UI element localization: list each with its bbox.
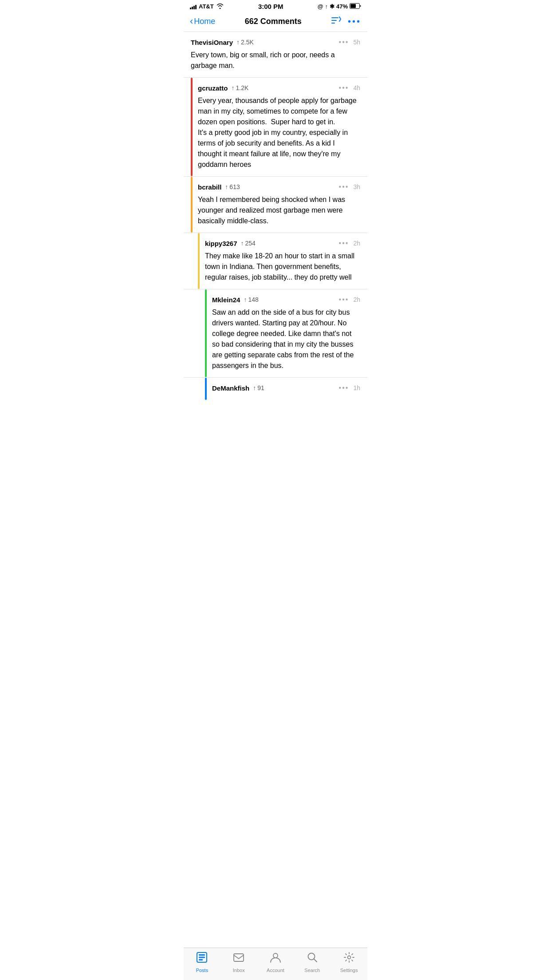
status-time: 3:00 PM bbox=[258, 3, 283, 10]
upvote-arrow-icon: ↑ bbox=[241, 240, 244, 247]
comment-header: DeMankfish ↑ 91 ••• 1h bbox=[212, 384, 360, 392]
page-title: 662 Comments bbox=[245, 17, 302, 26]
comment-nested-content: bcrabill ↑ 613 ••• 3h Yeah I remembered … bbox=[193, 177, 367, 233]
comment-time: 1h bbox=[353, 384, 360, 391]
signal-bar-2 bbox=[192, 7, 193, 9]
comment-upvote[interactable]: ↑ 91 bbox=[253, 384, 264, 391]
battery-icon bbox=[350, 3, 361, 10]
back-button[interactable]: ‹ Home bbox=[190, 16, 215, 27]
comment-nested-content: gcruzatto ↑ 1.2K ••• 4h Every year, thou… bbox=[193, 78, 367, 176]
comment-header: bcrabill ↑ 613 ••• 3h bbox=[198, 183, 360, 191]
comment-header: kippy3267 ↑ 254 ••• 2h bbox=[205, 239, 360, 247]
comment-author: bcrabill bbox=[198, 183, 221, 191]
comment-upvote[interactable]: ↑ 2.5K bbox=[236, 39, 254, 46]
comment-options-icon[interactable]: ••• bbox=[339, 239, 349, 247]
comment-meta-right: ••• 4h bbox=[339, 84, 360, 92]
indent-spacer bbox=[184, 177, 191, 233]
back-label: Home bbox=[194, 17, 215, 26]
bluetooth-icon: ✱ bbox=[330, 3, 335, 10]
comment-upvote[interactable]: ↑ 148 bbox=[244, 296, 258, 303]
comment-meta-right: ••• 3h bbox=[339, 183, 360, 191]
comment-author: gcruzatto bbox=[198, 84, 228, 92]
comment-time: 2h bbox=[353, 296, 360, 303]
nav-actions: ••• bbox=[331, 16, 361, 27]
upvote-count: 1.2K bbox=[236, 84, 249, 91]
comment-meta-right: ••• 1h bbox=[339, 384, 360, 392]
battery-percent: 47% bbox=[336, 3, 348, 10]
comment-meta-left: gcruzatto ↑ 1.2K bbox=[198, 84, 248, 92]
upvote-arrow-icon: ↑ bbox=[244, 296, 247, 303]
upvote-count: 91 bbox=[257, 384, 264, 391]
comment-options-icon[interactable]: ••• bbox=[339, 296, 349, 304]
indent-spacer bbox=[184, 289, 205, 377]
comment-row: Mklein24 ↑ 148 ••• 2h Saw an add on the … bbox=[184, 289, 367, 378]
upvote-arrow-icon: ↑ bbox=[225, 183, 228, 190]
comment-body: Saw an add on the side of a bus for city… bbox=[212, 307, 360, 371]
sort-icon[interactable] bbox=[331, 16, 342, 27]
comment-meta-left: bcrabill ↑ 613 bbox=[198, 183, 240, 191]
carrier-label: AT&T bbox=[199, 3, 214, 10]
comment-meta-left: Mklein24 ↑ 148 bbox=[212, 296, 259, 304]
comment-meta-left: ThevisiOnary ↑ 2.5K bbox=[191, 39, 254, 46]
chevron-left-icon: ‹ bbox=[190, 16, 193, 27]
comment-header: gcruzatto ↑ 1.2K ••• 4h bbox=[198, 84, 360, 92]
upvote-count: 613 bbox=[229, 183, 240, 190]
comment-author: ThevisiOnary bbox=[191, 39, 233, 46]
comments-container: ThevisiOnary ↑ 2.5K ••• 5h Every town, b… bbox=[184, 32, 367, 435]
comment-upvote[interactable]: ↑ 613 bbox=[225, 183, 240, 190]
upvote-count: 2.5K bbox=[241, 39, 254, 46]
comment-body: Yeah I remembered being shocked when I w… bbox=[198, 194, 360, 226]
comment-author: Mklein24 bbox=[212, 296, 240, 304]
comment-meta-right: ••• 2h bbox=[339, 239, 360, 247]
comment-row: bcrabill ↑ 613 ••• 3h Yeah I remembered … bbox=[184, 177, 367, 233]
comment-nested-content: DeMankfish ↑ 91 ••• 1h bbox=[207, 378, 367, 400]
comment-header: ThevisiOnary ↑ 2.5K ••• 5h bbox=[191, 38, 360, 46]
comment-time: 2h bbox=[353, 240, 360, 247]
svg-rect-1 bbox=[350, 4, 356, 8]
indent-spacer bbox=[184, 233, 198, 289]
comment-time: 4h bbox=[353, 84, 360, 91]
indent-spacer bbox=[184, 378, 205, 400]
comment-time: 3h bbox=[353, 183, 360, 190]
status-bar: AT&T 3:00 PM @ ↑ ✱ 47% bbox=[184, 0, 367, 12]
upvote-count: 148 bbox=[248, 296, 258, 303]
comment-options-icon[interactable]: ••• bbox=[339, 183, 349, 191]
comment-meta-right: ••• 2h bbox=[339, 296, 360, 304]
comment-meta-left: DeMankfish ↑ 91 bbox=[212, 384, 264, 392]
comment-header: Mklein24 ↑ 148 ••• 2h bbox=[212, 296, 360, 304]
status-right: @ ↑ ✱ 47% bbox=[318, 3, 361, 10]
comment-row: kippy3267 ↑ 254 ••• 2h They make like 18… bbox=[184, 233, 367, 289]
location-icon: @ bbox=[318, 3, 323, 10]
comment-time: 5h bbox=[353, 39, 360, 46]
signal-bar-3 bbox=[193, 6, 195, 9]
comment-options-icon[interactable]: ••• bbox=[339, 384, 349, 392]
nav-bar: ‹ Home 662 Comments ••• bbox=[184, 12, 367, 32]
upvote-arrow-icon: ↑ bbox=[236, 39, 240, 46]
signal-bar-1 bbox=[190, 8, 191, 9]
signal-bars bbox=[190, 4, 197, 9]
comment-body: They make like 18-20 an hour to start in… bbox=[205, 251, 360, 283]
comment-nested-content: Mklein24 ↑ 148 ••• 2h Saw an add on the … bbox=[207, 289, 367, 377]
upvote-count: 254 bbox=[245, 240, 256, 247]
upvote-arrow-icon: ↑ bbox=[253, 384, 256, 391]
comment-upvote[interactable]: ↑ 1.2K bbox=[232, 84, 249, 91]
comment-body: Every town, big or small, rich or poor, … bbox=[191, 50, 360, 71]
comment-meta-right: ••• 5h bbox=[339, 38, 360, 46]
comment-row: gcruzatto ↑ 1.2K ••• 4h Every year, thou… bbox=[184, 78, 367, 177]
signal-bar-4 bbox=[195, 5, 197, 9]
comment-options-icon[interactable]: ••• bbox=[339, 38, 349, 46]
comment-options-icon[interactable]: ••• bbox=[339, 84, 349, 92]
comment-author: DeMankfish bbox=[212, 384, 249, 392]
nav-arrow-icon: ↑ bbox=[325, 3, 328, 10]
status-left: AT&T bbox=[190, 3, 224, 10]
comment-upvote[interactable]: ↑ 254 bbox=[241, 240, 256, 247]
wifi-icon bbox=[216, 3, 224, 10]
upvote-arrow-icon: ↑ bbox=[232, 84, 235, 91]
comment-row: ThevisiOnary ↑ 2.5K ••• 5h Every town, b… bbox=[184, 32, 367, 78]
comment-meta-left: kippy3267 ↑ 254 bbox=[205, 240, 256, 247]
comment-body: Every year, thousands of people apply fo… bbox=[198, 95, 360, 170]
comment-nested-content: kippy3267 ↑ 254 ••• 2h They make like 18… bbox=[200, 233, 367, 289]
comment-row: DeMankfish ↑ 91 ••• 1h bbox=[184, 378, 367, 400]
more-options-icon[interactable]: ••• bbox=[348, 16, 361, 27]
comment-author: kippy3267 bbox=[205, 240, 237, 247]
